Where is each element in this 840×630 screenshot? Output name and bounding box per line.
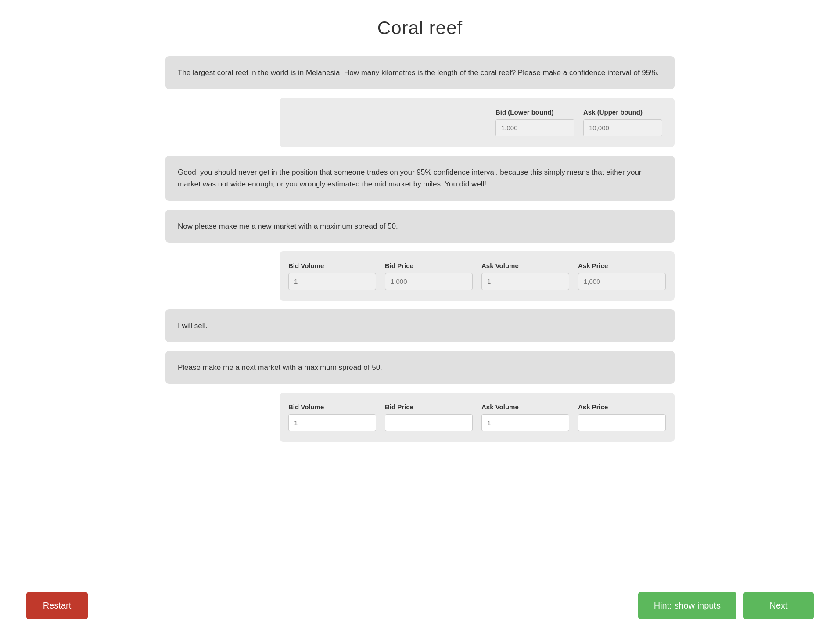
- right-buttons: Hint: show inputs Next: [638, 592, 814, 619]
- bid-lower-label: Bid (Lower bound): [495, 108, 553, 116]
- market2-ask-price-label: Ask Price: [578, 403, 608, 411]
- market2-ask-price-col: Ask Price: [578, 403, 666, 431]
- sell-message: I will sell.: [165, 309, 675, 342]
- market1-ask-price-col: Ask Price: [578, 262, 666, 290]
- market2-bid-volume-input[interactable]: [288, 414, 376, 431]
- instruction1-message: Now please make me a new market with a m…: [165, 210, 675, 243]
- hint-button[interactable]: Hint: show inputs: [638, 592, 736, 619]
- next-button[interactable]: Next: [743, 592, 814, 619]
- market1-ask-volume-input[interactable]: [481, 273, 569, 290]
- market2-ask-price-input[interactable]: [578, 414, 666, 431]
- confidence-interval-section: Bid (Lower bound) Ask (Upper bound): [280, 98, 675, 147]
- bottom-bar: Restart Hint: show inputs Next: [0, 581, 840, 630]
- market2-section: Bid Volume Bid Price Ask Volume Ask Pric…: [280, 393, 675, 442]
- question-message: The largest coral reef in the world is i…: [165, 56, 675, 89]
- market2-bid-price-input[interactable]: [385, 414, 473, 431]
- ask-upper-col: Ask (Upper bound): [583, 108, 662, 136]
- feedback-message: Good, you should never get in the positi…: [165, 156, 675, 200]
- market2-ask-volume-label: Ask Volume: [481, 403, 519, 411]
- bid-lower-input[interactable]: [495, 119, 574, 136]
- ask-upper-input[interactable]: [583, 119, 662, 136]
- market1-ask-volume-col: Ask Volume: [481, 262, 569, 290]
- market1-section: Bid Volume Bid Price Ask Volume Ask Pric…: [280, 251, 675, 301]
- market2-bid-price-label: Bid Price: [385, 403, 413, 411]
- market1-bid-price-col: Bid Price: [385, 262, 473, 290]
- market1-bid-price-input[interactable]: [385, 273, 473, 290]
- market1-bid-price-label: Bid Price: [385, 262, 413, 269]
- market2-ask-volume-col: Ask Volume: [481, 403, 569, 431]
- market2-bid-volume-label: Bid Volume: [288, 403, 324, 411]
- market1-bid-volume-col: Bid Volume: [288, 262, 376, 290]
- market1-bid-volume-label: Bid Volume: [288, 262, 324, 269]
- market1-bid-volume-input[interactable]: [288, 273, 376, 290]
- ask-upper-label: Ask (Upper bound): [583, 108, 643, 116]
- market1-ask-price-label: Ask Price: [578, 262, 608, 269]
- market2-ask-volume-input[interactable]: [481, 414, 569, 431]
- bid-lower-col: Bid (Lower bound): [495, 108, 574, 136]
- market2-bid-volume-col: Bid Volume: [288, 403, 376, 431]
- restart-button[interactable]: Restart: [26, 592, 88, 619]
- instruction2-message: Please make me a next market with a maxi…: [165, 351, 675, 384]
- page-title: Coral reef: [165, 18, 675, 39]
- market1-ask-volume-label: Ask Volume: [481, 262, 519, 269]
- market2-bid-price-col: Bid Price: [385, 403, 473, 431]
- market1-ask-price-input[interactable]: [578, 273, 666, 290]
